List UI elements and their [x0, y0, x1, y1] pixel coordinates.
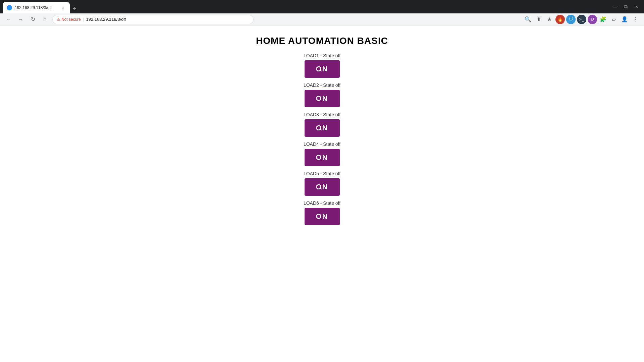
load4-section: LOAD4 - State off ON: [304, 141, 340, 170]
search-icon[interactable]: 🔍: [523, 15, 533, 24]
home-button[interactable]: ⌂: [40, 15, 50, 24]
new-tab-button[interactable]: +: [70, 4, 79, 13]
load6-label: LOAD6 - State off: [304, 200, 340, 206]
browser-chrome: 🌐 192.168.29.118/3/off × + — ⧉ ×: [0, 0, 644, 13]
address-bar: ← → ↻ ⌂ ⚠ Not secure | 192.168.29.118/3/…: [0, 13, 644, 25]
load1-on-button[interactable]: ON: [305, 60, 340, 78]
restore-button[interactable]: ⧉: [621, 2, 631, 11]
tab-favicon: 🌐: [7, 5, 12, 10]
tab-bar: 🌐 192.168.29.118/3/off × +: [3, 0, 608, 13]
forward-button[interactable]: →: [16, 15, 25, 24]
not-secure-indicator: ⚠ Not secure: [57, 17, 81, 22]
extensions-icon[interactable]: 🧩: [598, 15, 608, 24]
load2-label: LOAD2 - State off: [304, 82, 340, 88]
tab-close-button[interactable]: ×: [60, 5, 66, 10]
load5-on-button[interactable]: ON: [305, 178, 340, 196]
load4-label: LOAD4 - State off: [304, 141, 340, 147]
extension-icon-1[interactable]: 🔥: [555, 15, 565, 24]
load3-section: LOAD3 - State off ON: [304, 112, 340, 140]
warning-icon: ⚠: [57, 17, 60, 22]
minimize-button[interactable]: —: [610, 2, 620, 11]
load6-section: LOAD6 - State off ON: [304, 200, 340, 229]
back-button[interactable]: ←: [4, 15, 13, 24]
share-icon[interactable]: ⬆: [534, 15, 543, 24]
load6-on-button[interactable]: ON: [305, 208, 340, 225]
menu-icon[interactable]: ⋮: [631, 15, 640, 24]
reload-button[interactable]: ↻: [28, 15, 38, 24]
profile-icon[interactable]: 👤: [620, 15, 629, 24]
url-bar[interactable]: ⚠ Not secure | 192.168.29.118/3/off: [52, 15, 254, 24]
load5-label: LOAD5 - State off: [304, 171, 340, 176]
extension-icon-3[interactable]: >_: [577, 15, 586, 24]
window-controls: — ⧉ ×: [610, 2, 641, 11]
load3-on-button[interactable]: ON: [305, 119, 340, 137]
active-tab[interactable]: 🌐 192.168.29.118/3/off ×: [3, 2, 70, 13]
load3-label: LOAD3 - State off: [304, 112, 340, 117]
url-text: 192.168.29.118/3/off: [86, 17, 126, 22]
load5-section: LOAD5 - State off ON: [304, 171, 340, 199]
load1-section: LOAD1 - State off ON: [304, 53, 340, 81]
close-button[interactable]: ×: [632, 2, 641, 11]
url-separator: |: [83, 17, 84, 22]
split-view-icon[interactable]: ▱: [609, 15, 619, 24]
load2-on-button[interactable]: ON: [305, 90, 340, 107]
load2-section: LOAD2 - State off ON: [304, 82, 340, 111]
load4-on-button[interactable]: ON: [305, 149, 340, 166]
extension-icon-2[interactable]: 🛡: [566, 15, 576, 24]
page-content: HOME AUTOMATION BASIC LOAD1 - State off …: [0, 25, 644, 362]
page-title: HOME AUTOMATION BASIC: [256, 36, 388, 46]
tab-title: 192.168.29.118/3/off: [15, 5, 58, 10]
extension-icon-4[interactable]: U: [588, 15, 597, 24]
load1-label: LOAD1 - State off: [304, 53, 340, 58]
toolbar-icons: 🔍 ⬆ ★ 🔥 🛡 >_ U 🧩 ▱ 👤 ⋮: [523, 15, 640, 24]
bookmark-icon[interactable]: ★: [545, 15, 554, 24]
